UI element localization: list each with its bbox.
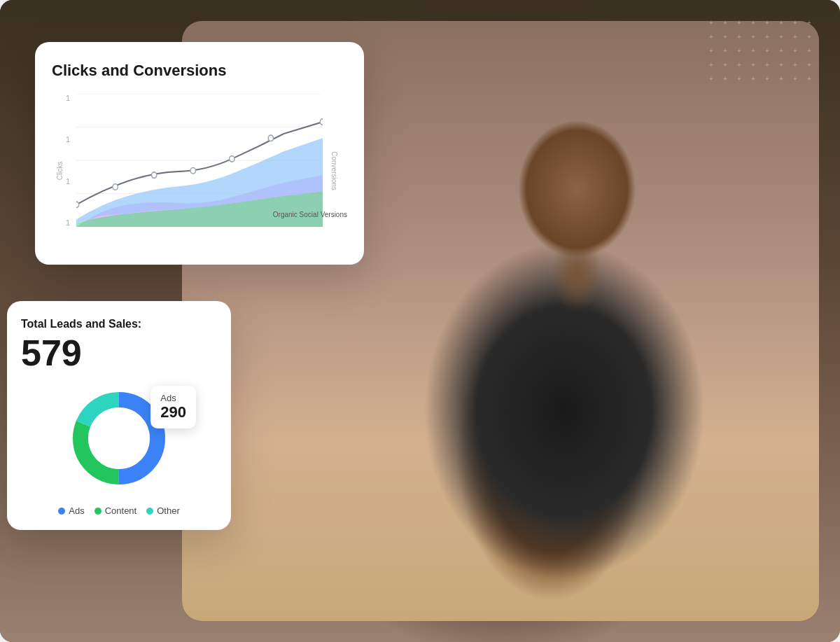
svg-point-6 [113, 184, 118, 190]
chart-area: Clicks 1 1 1 1 [52, 94, 347, 248]
svg-point-11 [320, 119, 323, 125]
legend-label-other: Other [157, 505, 180, 516]
clicks-conversions-card: Clicks and Conversions Clicks 1 1 1 1 [35, 42, 364, 265]
tooltip-value: 290 [160, 403, 186, 421]
organic-social-label: Organic Social Versions [273, 210, 347, 220]
svg-point-7 [151, 172, 156, 178]
svg-point-8 [190, 168, 195, 174]
line-chart-svg [76, 94, 323, 227]
donut-chart-container: Ads 290 [63, 382, 175, 494]
legend-label-content: Content [105, 505, 137, 516]
svg-point-10 [268, 135, 273, 141]
chart-title: Clicks and Conversions [52, 62, 347, 80]
chart-inner [76, 94, 323, 227]
legend-dot-other [146, 508, 153, 515]
leads-title: Total Leads and Sales: [21, 318, 217, 330]
svg-point-5 [76, 202, 79, 207]
y-label-2: 1 [66, 177, 73, 186]
legend-item-other: Other [146, 505, 180, 516]
legend-dot-content [94, 508, 102, 515]
leads-sales-card: Total Leads and Sales: 579 Ads 290 [7, 301, 231, 530]
leads-total: 579 [21, 335, 217, 371]
legend-dot-ads [58, 508, 65, 515]
legend-item-content: Content [94, 505, 137, 516]
legend-item-ads: Ads [58, 505, 84, 516]
svg-point-9 [230, 156, 234, 162]
svg-point-16 [88, 407, 150, 469]
legend-label-ads: Ads [69, 505, 84, 516]
y-axis: 1 1 1 1 [52, 94, 73, 227]
conversions-axis-label: Conversions [331, 151, 339, 190]
donut-tooltip: Ads 290 [150, 386, 196, 428]
dots-pattern: (function(){ var dp = document.querySele… [710, 21, 819, 88]
y-label-4: 1 [66, 94, 73, 102]
y-label-1: 1 [66, 218, 73, 227]
tooltip-label: Ads [160, 393, 186, 403]
y-label-3: 1 [66, 135, 73, 144]
donut-legend: Ads Content Other [21, 505, 217, 516]
